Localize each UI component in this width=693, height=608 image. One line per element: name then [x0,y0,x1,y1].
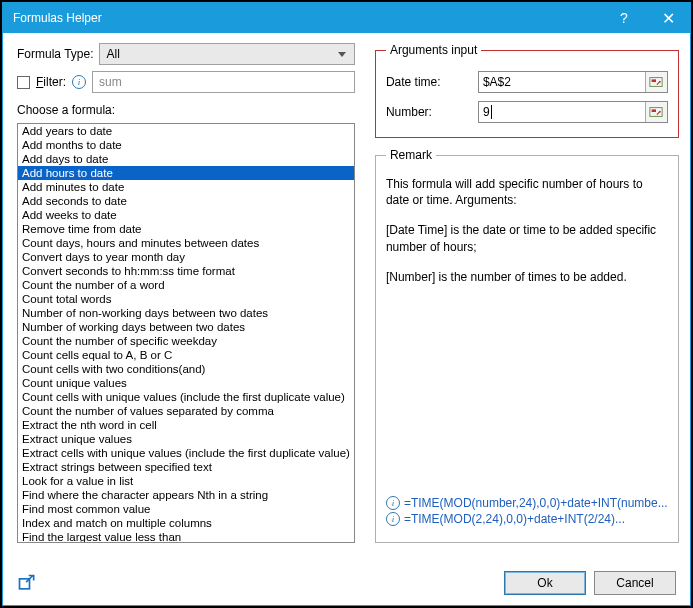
date-time-input[interactable]: $A$2 [478,71,668,93]
titlebar: Formulas Helper ? ✕ [3,3,690,33]
cancel-button[interactable]: Cancel [594,571,676,595]
list-item[interactable]: Find the largest value less than [18,530,354,543]
dialog-window: Formulas Helper ? ✕ Formula Type: All Fi… [2,2,691,606]
bottom-bar: Ok Cancel [3,565,690,605]
share-icon[interactable] [17,573,37,593]
list-item[interactable]: Extract cells with unique values (includ… [18,446,354,460]
remark-p3: [Number] is the number of times to be ad… [386,269,668,285]
list-item[interactable]: Add weeks to date [18,208,354,222]
formula-type-select[interactable]: All [99,43,354,65]
list-item[interactable]: Add months to date [18,138,354,152]
arguments-fieldset: Arguments input Date time: $A$2 Number: [375,43,679,138]
list-item[interactable]: Count the number of a word [18,278,354,292]
info-icon: i [386,496,400,510]
list-item[interactable]: Add years to date [18,124,354,138]
remark-fieldset: Remark This formula will add specific nu… [375,148,679,543]
ok-button[interactable]: Ok [504,571,586,595]
filter-checkbox[interactable] [17,76,30,89]
formula-type-value: All [106,47,119,61]
svg-rect-3 [652,109,656,112]
list-item[interactable]: Count the number of specific weekday [18,334,354,348]
list-item[interactable]: Add hours to date [18,166,354,180]
list-item[interactable]: Count cells equal to A, B or C [18,348,354,362]
list-item[interactable]: Extract strings between specified text [18,460,354,474]
list-item[interactable]: Convert days to year month day [18,250,354,264]
info-icon[interactable]: i [72,75,86,89]
formula-type-label: Formula Type: [17,47,93,61]
choose-formula-label: Choose a formula: [17,103,355,117]
formula-link-2[interactable]: i =TIME(MOD(2,24),0,0)+date+INT(2/24)... [386,512,668,526]
list-item[interactable]: Find where the character appears Nth in … [18,488,354,502]
list-item[interactable]: Convert seconds to hh:mm:ss time format [18,264,354,278]
filter-placeholder: sum [99,75,122,89]
list-item[interactable]: Count cells with two conditions(and) [18,362,354,376]
window-title: Formulas Helper [13,11,602,25]
list-item[interactable]: Look for a value in list [18,474,354,488]
list-item[interactable]: Add seconds to date [18,194,354,208]
list-item[interactable]: Count cells with unique values (include … [18,390,354,404]
formula-links: i =TIME(MOD(number,24),0,0)+date+INT(num… [386,494,668,526]
number-input[interactable]: 9 [478,101,668,123]
list-item[interactable]: Remove time from date [18,222,354,236]
list-item[interactable]: Count unique values [18,376,354,390]
list-item[interactable]: Number of non-working days between two d… [18,306,354,320]
help-button[interactable]: ? [602,3,646,33]
svg-rect-1 [652,79,656,82]
list-item[interactable]: Add days to date [18,152,354,166]
filter-input[interactable]: sum [92,71,355,93]
close-button[interactable]: ✕ [646,3,690,33]
list-item[interactable]: Count total words [18,292,354,306]
remark-p2: [Date Time] is the date or time to be ad… [386,222,668,254]
list-item[interactable]: Add minutes to date [18,180,354,194]
list-item[interactable]: Count days, hours and minutes between da… [18,236,354,250]
date-time-value: $A$2 [479,75,645,89]
date-time-range-button[interactable] [645,72,667,92]
list-item[interactable]: Index and match on multiple columns [18,516,354,530]
info-icon: i [386,512,400,526]
formula-listbox[interactable]: Add years to dateAdd months to dateAdd d… [17,123,355,543]
list-item[interactable]: Extract the nth word in cell [18,418,354,432]
arguments-legend: Arguments input [386,43,481,57]
content-area: Formula Type: All Filter: i sum Choose a… [3,33,690,565]
list-item[interactable]: Find most common value [18,502,354,516]
number-label: Number: [386,105,470,119]
date-time-label: Date time: [386,75,470,89]
list-item[interactable]: Number of working days between two dates [18,320,354,334]
filter-label: Filter: [36,75,66,89]
remark-legend: Remark [386,148,436,162]
list-item[interactable]: Count the number of values separated by … [18,404,354,418]
formula-link-1[interactable]: i =TIME(MOD(number,24),0,0)+date+INT(num… [386,496,668,510]
number-value: 9 [479,105,645,120]
number-range-button[interactable] [645,102,667,122]
remark-p1: This formula will add specific number of… [386,176,668,208]
list-item[interactable]: Extract unique values [18,432,354,446]
